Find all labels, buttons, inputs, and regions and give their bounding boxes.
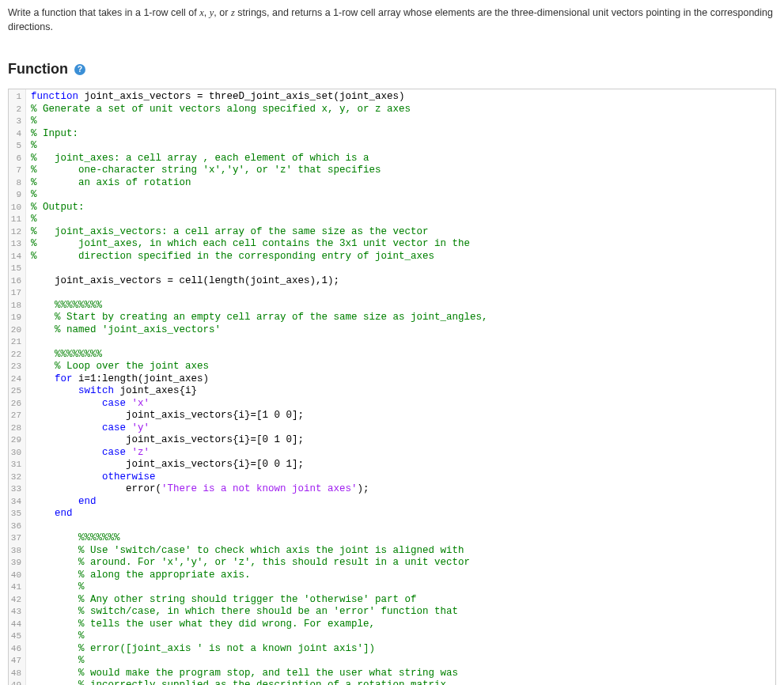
line-number: 22	[10, 349, 21, 361]
line-number: 11	[10, 214, 21, 226]
code-line[interactable]	[31, 287, 771, 300]
code-area[interactable]: function joint_axis_vectors = threeD_joi…	[26, 89, 775, 685]
line-number: 36	[10, 520, 21, 533]
code-line[interactable]: function joint_axis_vectors = threeD_joi…	[31, 91, 771, 104]
line-number: 42	[10, 594, 21, 607]
line-number: 45	[10, 630, 21, 643]
code-line[interactable]: %	[31, 655, 771, 668]
line-number: 31	[10, 459, 21, 471]
code-line[interactable]: case 'z'	[31, 447, 771, 460]
line-number: 35	[10, 508, 21, 520]
line-number: 39	[10, 557, 21, 570]
code-line[interactable]: % error([joint_axis ' is not a known joi…	[31, 643, 771, 656]
code-line[interactable]: switch joint_axes{i}	[31, 385, 771, 398]
line-number: 43	[10, 606, 21, 619]
code-line[interactable]: %	[31, 581, 771, 594]
line-number: 9	[10, 189, 21, 202]
code-line[interactable]	[31, 263, 771, 275]
code-line[interactable]: %%%%%%%%	[31, 300, 771, 312]
code-line[interactable]: % Generate a set of unit vectors along s…	[31, 104, 771, 116]
code-line[interactable]: % tells the user what they did wrong. Fo…	[31, 619, 771, 631]
code-line[interactable]: %	[31, 140, 771, 153]
code-line[interactable]: otherwise	[31, 471, 771, 484]
code-line[interactable]: % Output:	[31, 202, 771, 214]
instruction-sep1: ,	[204, 7, 210, 18]
line-number: 6	[10, 153, 21, 165]
code-line[interactable]: joint_axis_vectors{i}=[0 1 0];	[31, 434, 771, 447]
code-line[interactable]: % Use 'switch/case' to check which axis …	[31, 545, 771, 558]
code-line[interactable]	[31, 520, 771, 533]
line-number: 25	[10, 385, 21, 398]
code-line[interactable]: case 'y'	[31, 422, 771, 435]
line-number: 23	[10, 361, 21, 373]
code-line[interactable]: joint_axis_vectors{i}=[1 0 0];	[31, 410, 771, 422]
line-number: 28	[10, 422, 21, 435]
code-line[interactable]: %	[31, 630, 771, 643]
code-line[interactable]: % joint_axes: a cell array , each elemen…	[31, 153, 771, 165]
help-icon[interactable]: ?	[74, 64, 85, 75]
line-number: 41	[10, 581, 21, 594]
code-line[interactable]: case 'x'	[31, 398, 771, 411]
line-number: 26	[10, 398, 21, 411]
section-header: Function ?	[8, 61, 776, 78]
code-line[interactable]: %	[31, 189, 771, 202]
line-number: 47	[10, 655, 21, 668]
code-line[interactable]: % Loop over the joint axes	[31, 361, 771, 373]
code-editor[interactable]: 1234567891011121314151617181920212223242…	[8, 89, 776, 685]
code-line[interactable]: % named 'joint_axis_vectors'	[31, 324, 771, 337]
code-line[interactable]: % switch/case, in which there should be …	[31, 606, 771, 619]
code-line[interactable]: % joint_axis_vectors: a cell array of th…	[31, 226, 771, 239]
code-line[interactable]: % incorrectly supplied as the descriptio…	[31, 679, 771, 685]
line-number: 3	[10, 115, 21, 128]
line-number: 1	[10, 91, 21, 104]
code-line[interactable]: % joint_axes, in which each cell contain…	[31, 238, 771, 251]
line-number: 18	[10, 300, 21, 312]
line-number: 5	[10, 140, 21, 153]
line-number: 40	[10, 570, 21, 582]
line-number: 27	[10, 410, 21, 422]
code-line[interactable]: %	[31, 115, 771, 128]
code-line[interactable]: %%%%%%%	[31, 532, 771, 545]
code-line[interactable]: joint_axis_vectors{i}=[0 0 1];	[31, 459, 771, 471]
code-line[interactable]: %	[31, 214, 771, 226]
line-number: 46	[10, 643, 21, 656]
line-number: 48	[10, 668, 21, 680]
line-number: 10	[10, 202, 21, 214]
line-number: 20	[10, 324, 21, 337]
line-number: 12	[10, 226, 21, 239]
line-number: 24	[10, 373, 21, 386]
line-number: 21	[10, 336, 21, 349]
code-line[interactable]: error('There is a not known joint axes')…	[31, 483, 771, 496]
line-number: 44	[10, 619, 21, 631]
code-line[interactable]: % an axis of rotation	[31, 177, 771, 190]
problem-instruction: Write a function that takes in a 1-row c…	[8, 6, 776, 34]
line-number: 32	[10, 471, 21, 484]
code-line[interactable]: % Input:	[31, 128, 771, 141]
section-title: Function	[8, 61, 68, 77]
line-number: 19	[10, 312, 21, 324]
code-line[interactable]	[31, 336, 771, 349]
instruction-sep2: , or	[214, 7, 231, 18]
code-line[interactable]: end	[31, 508, 771, 520]
code-line[interactable]: % would make the program stop, and tell …	[31, 668, 771, 680]
code-line[interactable]: % Start by creating an empty cell array …	[31, 312, 771, 324]
line-number: 7	[10, 165, 21, 177]
line-number: 33	[10, 483, 21, 496]
code-line[interactable]: % Any other string should trigger the 'o…	[31, 594, 771, 607]
line-number: 2	[10, 104, 21, 116]
code-line[interactable]: % direction specified in the correspondi…	[31, 251, 771, 263]
line-number: 4	[10, 128, 21, 141]
line-number: 49	[10, 679, 21, 685]
line-number-gutter: 1234567891011121314151617181920212223242…	[9, 89, 26, 685]
line-number: 17	[10, 287, 21, 300]
code-line[interactable]: %%%%%%%%	[31, 349, 771, 361]
code-line[interactable]: % around. For 'x','y', or 'z', this shou…	[31, 557, 771, 570]
line-number: 13	[10, 238, 21, 251]
code-line[interactable]: end	[31, 496, 771, 509]
line-number: 16	[10, 275, 21, 288]
line-number: 30	[10, 447, 21, 460]
code-line[interactable]: % along the appropriate axis.	[31, 570, 771, 582]
code-line[interactable]: % one-character string 'x','y', or 'z' t…	[31, 165, 771, 177]
code-line[interactable]: for i=1:length(joint_axes)	[31, 373, 771, 386]
code-line[interactable]: joint_axis_vectors = cell(length(joint_a…	[31, 275, 771, 288]
